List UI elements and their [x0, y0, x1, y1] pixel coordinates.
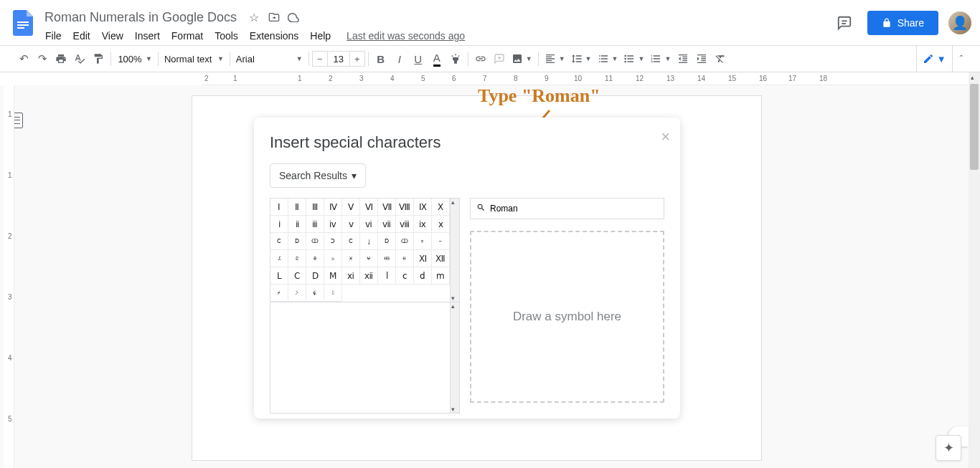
image-dropdown[interactable]: ▼ [509, 49, 535, 68]
comments-icon[interactable] [831, 10, 857, 36]
highlight-icon[interactable] [447, 49, 464, 68]
zoom-dropdown[interactable]: 100%▼ [114, 49, 155, 68]
char-cell[interactable]: ⅷ [396, 216, 414, 233]
results-dropdown[interactable]: Search Results▾ [270, 163, 366, 188]
char-cell[interactable]: 𐆚 [270, 285, 288, 302]
menu-extensions[interactable]: Extensions [245, 27, 303, 44]
last-edit-link[interactable]: Last edit was seconds ago [341, 27, 470, 44]
styles-dropdown[interactable]: Normal text▼ [161, 49, 227, 68]
indent-increase-icon[interactable] [693, 49, 710, 68]
char-cell[interactable]: Ⅺ [414, 250, 432, 267]
char-cell[interactable]: ⅴ [342, 216, 360, 233]
checklist-dropdown[interactable]: ▼ [595, 49, 621, 68]
align-dropdown[interactable]: ▼ [542, 49, 568, 68]
char-cell[interactable]: ⅽ [396, 267, 414, 285]
char-cell[interactable]: ⅶ [378, 216, 396, 233]
menu-file[interactable]: File [40, 27, 67, 44]
char-cell[interactable]: 𐆗 [360, 250, 378, 267]
char-cell[interactable]: Ⅳ [324, 199, 342, 216]
char-cell[interactable]: Ⅴ [342, 199, 360, 216]
spellcheck-icon[interactable] [71, 49, 88, 68]
char-cell[interactable]: ⅹ [432, 216, 450, 233]
italic-icon[interactable]: I [391, 49, 408, 68]
char-cell[interactable]: 𐆑 [432, 233, 450, 250]
line-spacing-dropdown[interactable]: ▼ [568, 49, 595, 68]
char-cell[interactable]: Ⅿ [324, 267, 342, 285]
menu-edit[interactable]: Edit [68, 27, 95, 44]
font-dropdown[interactable]: Arial▼ [233, 49, 306, 68]
char-cell[interactable]: Ⅷ [396, 199, 414, 216]
char-cell[interactable]: Ⅼ [270, 267, 288, 285]
char-cell[interactable]: ⅳ [324, 216, 342, 233]
char-cell[interactable]: Ⅻ [432, 250, 450, 267]
bold-icon[interactable]: B [372, 49, 390, 68]
char-cell[interactable]: ⅸ [414, 216, 432, 233]
menu-format[interactable]: Format [166, 27, 208, 44]
menu-insert[interactable]: Insert [130, 27, 165, 44]
char-cell[interactable]: 𐆘 [378, 250, 396, 267]
char-cell[interactable]: Ⅹ [432, 199, 450, 216]
char-cell[interactable]: Ⅽ [288, 267, 306, 285]
number-list-dropdown[interactable]: ▼ [647, 49, 674, 68]
char-cell[interactable]: ↀ [306, 233, 324, 250]
char-cell[interactable]: ⅾ [414, 267, 432, 285]
indent-decrease-icon[interactable] [674, 49, 692, 68]
search-input[interactable] [490, 204, 658, 214]
char-cell[interactable]: ⅰ [270, 216, 288, 233]
char-cell[interactable]: Ⅵ [360, 199, 378, 216]
fontsize-decrease[interactable]: − [312, 51, 328, 67]
char-cell[interactable]: ⅻ [360, 267, 378, 285]
char-cell[interactable]: 𐆒 [270, 250, 288, 267]
char-cell[interactable]: Ⅾ [288, 233, 306, 250]
link-icon[interactable] [472, 49, 489, 68]
char-cell[interactable]: ↓ [360, 233, 378, 250]
char-cell[interactable]: 𐆜 [306, 285, 324, 302]
fontsize-increase[interactable]: + [349, 51, 365, 67]
char-cell[interactable]: ⅵ [360, 216, 378, 233]
char-cell[interactable]: Ⅾ [306, 267, 324, 285]
char-cell[interactable]: ↀ [396, 233, 414, 250]
text-color-icon[interactable]: A [428, 49, 446, 68]
char-cell[interactable]: 𐆕 [324, 250, 342, 267]
editing-mode-dropdown[interactable]: ▼ [916, 45, 953, 72]
char-cell[interactable]: ⅱ [288, 216, 306, 233]
menu-view[interactable]: View [97, 27, 128, 44]
char-cell[interactable]: Ⅰ [270, 199, 288, 216]
star-icon[interactable]: ☆ [247, 10, 261, 24]
move-icon[interactable] [267, 10, 281, 24]
char-cell[interactable]: 𐆐 [414, 233, 432, 250]
char-cell[interactable]: Ⅾ [378, 233, 396, 250]
cloud-status-icon[interactable] [287, 10, 301, 24]
grid-scrollbar[interactable] [451, 302, 460, 414]
paint-format-icon[interactable] [90, 49, 107, 68]
explore-button-icon[interactable]: ✦ [936, 435, 961, 461]
document-page[interactable]: Type "Roman" × Insert special characters… [192, 95, 762, 461]
char-cell[interactable]: ⅿ [432, 267, 450, 285]
draw-area[interactable]: Draw a symbol here [470, 231, 664, 403]
share-button[interactable]: Share [867, 11, 938, 35]
char-cell[interactable]: 𐆓 [288, 250, 306, 267]
bullet-list-dropdown[interactable]: ▼ [621, 49, 647, 68]
char-cell[interactable]: 𐆔 [306, 250, 324, 267]
grid-scrollbar[interactable] [451, 198, 460, 302]
char-cell[interactable]: ⅲ [306, 216, 324, 233]
menu-help[interactable]: Help [305, 27, 336, 44]
menu-tools[interactable]: Tools [209, 27, 243, 44]
char-cell[interactable]: 𐆛 [288, 285, 306, 302]
print-icon[interactable] [52, 49, 70, 68]
char-cell[interactable]: Ⅽ [270, 233, 288, 250]
char-cell[interactable]: Ⅲ [306, 199, 324, 216]
char-cell[interactable]: Ⅱ [288, 199, 306, 216]
vertical-scrollbar[interactable] [969, 72, 980, 468]
collapse-sidebar-icon[interactable]: ˆ [957, 51, 966, 67]
char-cell[interactable]: Ⅽ [342, 233, 360, 250]
fontsize-input[interactable] [328, 51, 349, 67]
undo-icon[interactable]: ↶ [15, 49, 32, 68]
char-cell[interactable]: Ⅸ [414, 199, 432, 216]
char-cell[interactable]: 𐆖 [342, 250, 360, 267]
char-cell[interactable]: ⅺ [342, 267, 360, 285]
underline-icon[interactable]: U [410, 49, 427, 68]
close-icon[interactable]: × [661, 128, 670, 146]
char-cell[interactable]: 𐆝 [324, 285, 342, 302]
char-cell[interactable]: 𐆙 [396, 250, 414, 267]
